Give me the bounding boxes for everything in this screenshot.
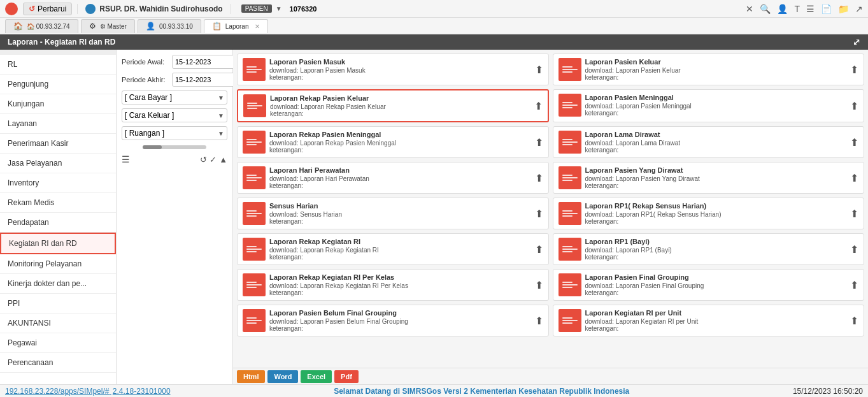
- pdf-format-button[interactable]: Pdf: [334, 370, 359, 383]
- download-icon-14[interactable]: ⬆: [850, 280, 858, 291]
- tab-laporan[interactable]: 📋 Laporan ✕: [204, 19, 269, 33]
- refresh-button[interactable]: ↺ Perbarui: [23, 3, 72, 15]
- download-icon-7[interactable]: ⬆: [535, 173, 543, 184]
- ruangan-arrow: ▼: [218, 130, 224, 137]
- top-bar: ↺ Perbarui RSUP. DR. Wahidin Sudirohusod…: [0, 0, 868, 18]
- report-card-rp1-bayi: Laporan RP1 (Bayi) download: Laporan RP1…: [553, 233, 865, 265]
- report-title-12: Laporan RP1 (Bayi): [585, 238, 859, 245]
- ruangan-row: [ Ruangan ] ▼: [122, 126, 227, 140]
- user-icon[interactable]: 👤: [777, 4, 788, 14]
- sidebar-item-akuntansi[interactable]: AKUNTANSI: [0, 314, 116, 333]
- folder-icon[interactable]: 📁: [838, 4, 849, 14]
- html-format-button[interactable]: Html: [237, 370, 265, 383]
- report-action-12: ⬆: [850, 243, 858, 256]
- tab-user[interactable]: 👤 00.93.33.10: [138, 19, 201, 33]
- sidebar-item-penerimaan-kasir[interactable]: Penerimaan Kasir: [0, 134, 116, 154]
- scroll-handle[interactable]: [143, 145, 162, 149]
- cara-keluar-dropdown[interactable]: [ Cara Keluar ] ▼: [122, 108, 227, 122]
- sidebar-item-pendapatan[interactable]: Pendapatan: [0, 213, 116, 233]
- close-icon[interactable]: ✕: [746, 4, 753, 14]
- expand-icon[interactable]: ⤢: [853, 37, 860, 47]
- report-thumb-6: [559, 131, 581, 154]
- report-info-3: Laporan Rekap Pasien Keluar download: La…: [270, 94, 543, 117]
- tab-master[interactable]: ⚙ ⚙ Master: [81, 19, 135, 33]
- report-keterangan-5: keterangan:: [269, 147, 543, 154]
- sidebar-item-pegawai[interactable]: Pegawai: [0, 333, 116, 353]
- list-view-icon[interactable]: ☰: [122, 154, 130, 164]
- download-icon-9[interactable]: ⬆: [535, 208, 543, 219]
- report-thumb-3: [243, 94, 266, 117]
- undo-icon[interactable]: ↺: [200, 155, 207, 164]
- download-icon-1[interactable]: ⬆: [535, 64, 543, 75]
- sidebar-item-inventory[interactable]: Inventory: [0, 173, 116, 193]
- sidebar-label-penerimaan-kasir: Penerimaan Kasir: [8, 139, 68, 148]
- report-action-4: ⬆: [850, 100, 858, 112]
- report-action-13: ⬆: [535, 279, 543, 291]
- patient-dropdown-arrow[interactable]: ▼: [276, 5, 282, 12]
- report-title-7: Laporan Hari Perawatan: [269, 166, 543, 174]
- menu-icon[interactable]: ☰: [806, 4, 815, 14]
- download-icon-4[interactable]: ⬆: [850, 101, 858, 112]
- action-icons-group: ↺ ✓ ▲: [200, 155, 227, 164]
- expand-icon[interactable]: ▲: [219, 155, 227, 164]
- report-thumb-4: [559, 94, 581, 117]
- report-action-6: ⬆: [850, 136, 858, 148]
- report-download-11: download: Laporan Rekap Kegiatan RI: [269, 247, 543, 254]
- download-icon-11[interactable]: ⬆: [535, 244, 543, 255]
- report-download-3: download: Laporan Rekap Pasien Keluar: [270, 103, 543, 110]
- sidebar-item-kunjungan[interactable]: Kunjungan: [0, 94, 116, 114]
- download-icon-16[interactable]: ⬆: [850, 315, 858, 326]
- status-datetime: 15/12/2023 16:50:20: [793, 387, 863, 396]
- report-card-pasien-keluar: Laporan Pasien Keluar download: Laporan …: [553, 54, 865, 85]
- report-download-1: download: Laporan Pasien Masuk: [269, 67, 543, 74]
- download-icon-2[interactable]: ⬆: [850, 64, 858, 75]
- user2-icon: 👤: [146, 22, 155, 31]
- sidebar-item-ppi[interactable]: PPI: [0, 294, 116, 314]
- download-icon-13[interactable]: ⬆: [535, 280, 543, 291]
- sidebar-item-pengunjung[interactable]: Pengunjung: [0, 75, 116, 94]
- sidebar-item-kinerja-dokter[interactable]: Kinerja dokter dan pe...: [0, 274, 116, 294]
- sidebar-item-rekam-medis[interactable]: Rekam Medis: [0, 193, 116, 213]
- sidebar-scroll-top: [0, 50, 116, 55]
- tab-home[interactable]: 🏠 🏠 00.93.32.74: [5, 19, 78, 33]
- download-icon-5[interactable]: ⬆: [535, 137, 543, 148]
- download-icon-8[interactable]: ⬆: [850, 173, 858, 184]
- sidebar-item-layanan[interactable]: Layanan: [0, 114, 116, 134]
- report-action-7: ⬆: [535, 172, 543, 184]
- report-thumb-5: [243, 131, 266, 154]
- report-info-4: Laporan Pasien Meninggal download: Lapor…: [585, 94, 859, 117]
- sidebar-label-inventory: Inventory: [8, 178, 39, 187]
- excel-format-button[interactable]: Excel: [301, 370, 332, 383]
- report-card-pasien-belum-final-grouping: Laporan Pasien Belum Final Grouping down…: [237, 305, 549, 336]
- download-icon-12[interactable]: ⬆: [850, 244, 858, 255]
- sidebar-item-jasa-pelayanan[interactable]: Jasa Pelayanan: [0, 154, 116, 173]
- download-icon-6[interactable]: ⬆: [850, 137, 858, 148]
- report-card-hari-perawatan: Laporan Hari Perawatan download: Laporan…: [237, 162, 549, 194]
- word-format-button[interactable]: Word: [267, 370, 298, 383]
- report-thumb-8: [559, 166, 581, 189]
- status-url[interactable]: 192.168.23.228/apps/SIMpel/# 2.4.18-2310…: [5, 387, 171, 396]
- scroll-bar[interactable]: [143, 145, 206, 149]
- sidebar-item-perencanaan[interactable]: Perencanaan: [0, 353, 116, 373]
- search-icon[interactable]: 🔍: [760, 4, 771, 14]
- check-icon[interactable]: ✓: [210, 155, 217, 164]
- download-icon-3[interactable]: ⬆: [534, 101, 543, 112]
- export-icon[interactable]: ↗: [855, 4, 863, 14]
- version-text: 2.4.18-23101000: [113, 387, 171, 396]
- report-title-11: Laporan Rekap Kegiatan RI: [269, 238, 543, 245]
- ruangan-dropdown[interactable]: [ Ruangan ] ▼: [122, 126, 227, 140]
- download-icon-10[interactable]: ⬆: [850, 208, 858, 219]
- report-action-10: ⬆: [850, 208, 858, 220]
- sidebar-item-kegiatan-ri-rd[interactable]: Kegiatan RI dan RD: [0, 233, 116, 254]
- cara-bayar-dropdown[interactable]: [ Cara Bayar ] ▼: [122, 90, 227, 105]
- report-card-rp1-rekap-sensus: Laporan RP1( Rekap Sensus Harian) downlo…: [553, 198, 865, 229]
- download-icon-15[interactable]: ⬆: [535, 315, 543, 326]
- sidebar-item-rl[interactable]: RL: [0, 55, 116, 75]
- sidebar-item-monitoring-pelayanan[interactable]: Monitoring Pelayanan: [0, 254, 116, 274]
- report-title-6: Laporan Lama Dirawat: [585, 131, 859, 138]
- report-title-3: Laporan Rekap Pasien Keluar: [270, 94, 543, 102]
- format-bar: Html Word Excel Pdf: [233, 368, 868, 384]
- text-icon[interactable]: T: [794, 4, 800, 14]
- tab-close-icon[interactable]: ✕: [255, 23, 260, 30]
- document-icon[interactable]: 📄: [821, 4, 832, 14]
